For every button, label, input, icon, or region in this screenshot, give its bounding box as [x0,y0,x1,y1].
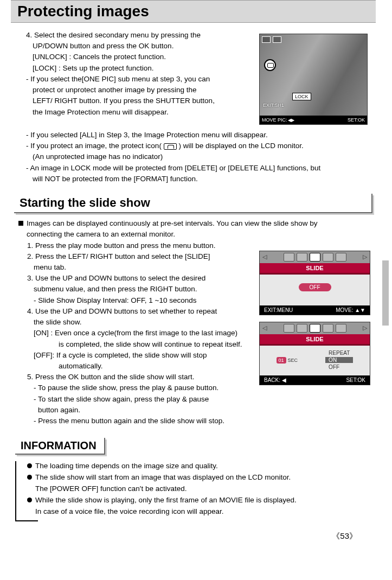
text: - To start the slide show again, press t… [27,394,248,404]
information-block: The loading time depends on the image si… [15,461,376,521]
text: is completed, the slide show will contin… [27,340,248,349]
lock-label: LOCK [292,93,311,100]
text: [ON] : Even once a cycle(from the first … [27,328,248,338]
information-heading: INFORMATION [15,438,105,455]
exit-label: EXIT:SH1 [263,103,284,108]
left-right-icon: ◀ ▶ [287,118,294,123]
text: protect or unprotect another image by pr… [26,85,248,95]
tab-icon [284,253,294,262]
text: button again. [27,405,248,415]
set-ok-label: SET:OK [348,117,365,123]
text: [LOCK] : Sets up the protect function. [26,63,248,73]
slide-value-off: OFF [299,283,331,291]
text: - If you protect an image, the protect i… [26,141,370,151]
text: [OFF]: If a cycle is completed, the slid… [27,350,248,360]
tab-icon-slide [310,324,320,333]
text: will NOT be protected from the [FORMAT] … [26,174,370,184]
text: LEFT/ RIGHT button. If you press the SHU… [26,96,248,106]
protect-instructions-cont: - If you selected [ALL] in Step 3, the I… [11,130,376,184]
text: submenu value, and then press the RIGHT … [27,284,248,294]
move-pic-label: MOVE PIC: ◀ ▶ [262,117,294,123]
text: 5. Press the OK button and the slide sho… [27,372,248,382]
text: - To pause the slide show, press the pla… [27,383,248,393]
slide-steps: 1. Press the play mode button and press … [11,241,254,428]
protect-icon [164,143,177,150]
menu-footer: EXIT:MENU MOVE: ▲▼ [260,305,370,315]
tab-icon [336,253,346,262]
info-item: The slide show will start from an image … [27,473,366,483]
back-label: BACK: ◀ [264,377,286,383]
arrow-left-icon: ◁ [262,253,267,260]
text: menu tab. [27,263,248,272]
text: In case of a voice file, the voice recor… [27,507,366,517]
text: 4. Use the UP and DOWN buttons to set wh… [27,307,248,316]
lcd-slide-menu-off: ◁ ▷ SLIDE OFF [259,251,370,315]
page-title: Protecting images [11,0,376,23]
text: - An image in LOCK mode will be protecte… [26,163,370,173]
section-heading-slide: Starting the slide show [14,194,372,213]
tab-icon [323,324,333,333]
play-mode-icon [262,36,271,43]
arrow-left-icon: ◁ [262,324,267,332]
page-number: 《53》 [11,531,376,541]
lock-icon [264,59,276,71]
text: Images can be displayed continuously at … [18,219,370,228]
repeat-options: REPEAT ON OFF [325,350,353,370]
arrow-left-icon: ◀ [280,377,286,383]
move-label: MOVE: ▲▼ [336,307,365,313]
text: - Press the menu button again and the sl… [27,416,248,426]
repeat-on: ON [325,357,353,363]
info-item: The loading time depends on the image si… [27,461,366,471]
updown-icon: ▲▼ [353,307,365,313]
text: [UNLOCK] : Cancels the protect function. [26,52,248,62]
tab-icon [297,324,307,333]
text: the slide show. [27,317,248,327]
protect-instructions: 4. Select the desired secondary menu by … [11,30,254,130]
text: automatically. [27,361,248,371]
text: the Image Protection menu will disappear… [26,107,248,117]
photo-preview: LOCK EXIT:SH1 [260,34,367,116]
text: The [POWER OFF] function can't be activa… [27,484,366,494]
text: UP/DOWN button and press the OK button. [26,41,248,51]
lcd-slide-menu-repeat: ◁ ▷ SLIDE 01 SEC [259,322,370,385]
lcd-protect-preview: LOCK EXIT:SH1 MOVE PIC: ◀ ▶ SET:OK [259,34,368,125]
menu-tabs: ◁ ▷ [260,251,370,263]
set-ok-label: SET:OK [346,377,365,383]
arrow-right-icon: ▷ [362,253,368,260]
tab-icon-slide [310,253,320,262]
interval-value: 01 SEC [277,357,298,363]
text: 2. Press the LEFT/ RIGHT button and sele… [27,252,248,262]
text: - Slide Show Display Interval: OFF, 1 ~1… [27,296,248,305]
tab-icon [284,324,294,333]
exit-menu-label: EXIT:MENU [264,307,293,313]
arrow-right-icon: ▷ [362,324,368,332]
text: - If you selected [ALL] in Step 3, the I… [26,130,370,140]
side-tab [382,260,389,326]
repeat-label: REPEAT [325,350,353,356]
menu-title: SLIDE [260,334,370,346]
text: 1. Press the play mode button and press … [27,241,248,251]
text: 3. Use the UP and DOWN buttons to select… [27,273,248,283]
tab-icon [323,253,333,262]
battery-icon [273,36,281,43]
menu-footer: BACK: ◀ SET:OK [260,375,370,385]
info-item: While the slide show is playing, only th… [27,495,366,506]
text: (An unprotected image has no indicator) [26,152,370,162]
text: connecting the camera to an external mon… [18,230,370,239]
menu-tabs: ◁ ▷ [260,322,370,334]
lcd-footer: MOVE PIC: ◀ ▶ SET:OK [260,116,367,124]
menu-title: SLIDE [260,263,370,275]
tab-icon [297,253,307,262]
text: - If you select the[ONE PIC] sub menu at… [26,74,248,84]
status-icons [262,36,281,43]
text: 4. Select the desired secondary menu by … [26,30,248,40]
repeat-off: OFF [325,364,353,370]
slide-intro: Images can be displayed continuously at … [11,219,376,239]
tab-icon [336,324,346,333]
